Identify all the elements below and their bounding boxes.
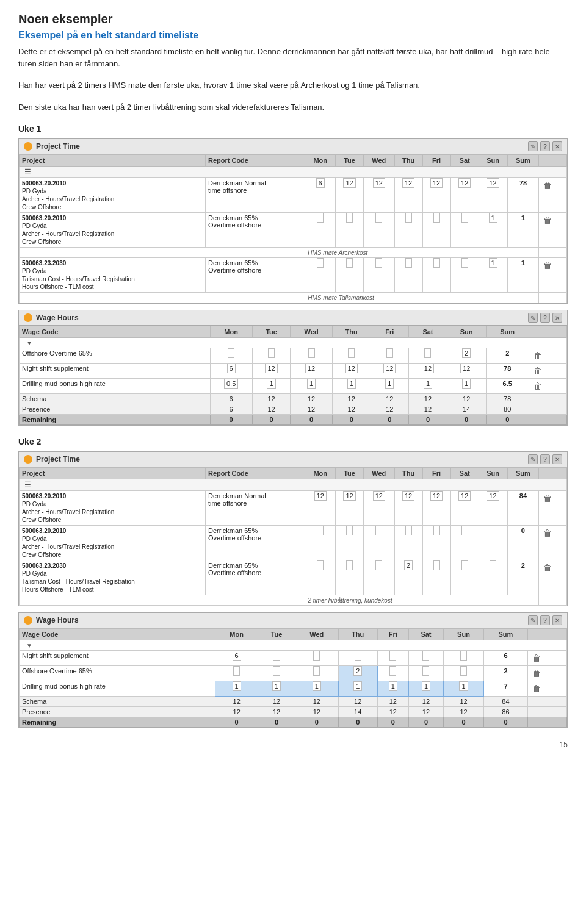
week1-wh-row1-trash[interactable]: 🗑 bbox=[529, 348, 566, 364]
week1-pt-row1-fri[interactable]: 12 bbox=[422, 178, 450, 213]
week2-wh-dropdown-row[interactable]: ▼ bbox=[20, 640, 567, 651]
week2-pt-row1-mon[interactable]: 12 bbox=[305, 491, 336, 526]
week1-pt-row2-wed[interactable] bbox=[364, 213, 394, 248]
week2-pt-row3-tue[interactable] bbox=[336, 560, 364, 595]
week1-pt-row2-thu[interactable] bbox=[394, 213, 422, 248]
wage-code-dropdown-2[interactable]: ▼ bbox=[22, 642, 564, 649]
week2-wh-row1-wed[interactable] bbox=[295, 651, 339, 666]
week1-wh-dropdown-row[interactable]: ▼ bbox=[20, 338, 567, 348]
week1-pt-row3-sun[interactable]: 1 bbox=[479, 258, 507, 293]
week1-wh-row3-trash[interactable]: 🗑 bbox=[529, 379, 566, 394]
week2-pt-row1-sun[interactable]: 12 bbox=[479, 491, 507, 526]
week1-wh-row3-sun[interactable]: 1 bbox=[447, 379, 486, 394]
week2-pt-row1-thu[interactable]: 12 bbox=[394, 491, 422, 526]
week2-pt-row3-fri[interactable] bbox=[422, 560, 450, 595]
trash-icon[interactable]: 🗑 bbox=[530, 667, 543, 679]
week2-wh-help-btn[interactable]: ? bbox=[540, 615, 550, 625]
week2-wh-edit-btn[interactable]: ✎ bbox=[528, 615, 538, 625]
week1-pt-help-btn[interactable]: ? bbox=[540, 141, 550, 151]
week1-pt-edit-btn[interactable]: ✎ bbox=[528, 141, 538, 151]
week1-wh-row3-thu[interactable]: 1 bbox=[332, 379, 371, 394]
week1-pt-row2-sat[interactable] bbox=[450, 213, 479, 248]
week2-pt-row3-wed[interactable] bbox=[364, 560, 394, 595]
week2-wh-row3-sun[interactable]: 1 bbox=[444, 681, 484, 697]
week1-pt-row3-fri[interactable] bbox=[422, 258, 450, 293]
week2-wh-row1-sat[interactable] bbox=[408, 651, 444, 666]
week2-pt-row2-mon[interactable] bbox=[305, 526, 336, 560]
week2-wh-close-btn[interactable]: ✕ bbox=[552, 615, 562, 625]
week2-pt-close-btn[interactable]: ✕ bbox=[552, 454, 562, 464]
week2-pt-row2-wed[interactable] bbox=[364, 526, 394, 560]
week2-wh-row3-fri[interactable]: 1 bbox=[377, 681, 408, 697]
week1-wh-row1-sat[interactable] bbox=[409, 348, 447, 364]
week2-pt-row1-trash[interactable]: 🗑 bbox=[539, 491, 567, 526]
week1-wh-row1-fri[interactable] bbox=[371, 348, 409, 364]
trash-icon[interactable]: 🗑 bbox=[530, 682, 543, 695]
week1-wh-row2-sat[interactable]: 12 bbox=[409, 364, 447, 379]
week2-wh-row2-trash[interactable]: 🗑 bbox=[528, 666, 567, 681]
week1-wh-help-btn[interactable]: ? bbox=[540, 313, 550, 323]
week1-wh-row3-wed[interactable]: 1 bbox=[291, 379, 333, 394]
week1-wh-row1-thu[interactable] bbox=[332, 348, 371, 364]
week2-pt-row1-wed[interactable]: 12 bbox=[364, 491, 394, 526]
week1-wh-row3-mon[interactable]: 0,5 bbox=[210, 379, 252, 394]
week1-wh-row2-fri[interactable]: 12 bbox=[371, 364, 409, 379]
trash-icon[interactable]: 🗑 bbox=[541, 214, 554, 226]
week1-wh-row1-wed[interactable] bbox=[291, 348, 333, 364]
trash-icon[interactable]: 🗑 bbox=[541, 562, 554, 574]
week2-pt-row1-tue[interactable]: 12 bbox=[336, 491, 364, 526]
week2-wh-row1-thu[interactable] bbox=[338, 651, 377, 666]
week2-pt-row3-mon[interactable] bbox=[305, 560, 336, 595]
week2-pt-row2-tue[interactable] bbox=[336, 526, 364, 560]
week1-pt-row3-thu[interactable] bbox=[394, 258, 422, 293]
week1-wh-dropdown-cell[interactable]: ▼ bbox=[20, 338, 567, 348]
trash-icon[interactable]: 🗑 bbox=[532, 365, 544, 377]
trash-icon[interactable]: 🗑 bbox=[541, 179, 554, 192]
week2-wh-row2-tue[interactable] bbox=[258, 666, 295, 681]
week1-pt-row1-sun[interactable]: 12 bbox=[479, 178, 507, 213]
week2-wh-row2-sun[interactable] bbox=[444, 666, 484, 681]
week1-wh-row3-sat[interactable]: 1 bbox=[409, 379, 447, 394]
week2-wh-row2-fri[interactable] bbox=[377, 666, 408, 681]
week1-wh-close-btn[interactable]: ✕ bbox=[552, 313, 562, 323]
week2-wh-row1-fri[interactable] bbox=[377, 651, 408, 666]
week2-pt-row1-fri[interactable]: 12 bbox=[422, 491, 450, 526]
week2-pt-add-cell[interactable]: ☰ bbox=[20, 479, 567, 491]
week1-pt-row2-tue[interactable] bbox=[336, 213, 364, 248]
week2-pt-row3-sat[interactable] bbox=[450, 560, 479, 595]
week1-pt-row3-tue[interactable] bbox=[336, 258, 364, 293]
week1-wh-edit-btn[interactable]: ✎ bbox=[528, 313, 538, 323]
week2-wh-row3-wed[interactable]: 1 bbox=[295, 681, 339, 697]
week2-wh-row3-tue[interactable]: 1 bbox=[258, 681, 295, 697]
week1-pt-close-btn[interactable]: ✕ bbox=[552, 141, 562, 151]
week2-pt-row1-sat[interactable]: 12 bbox=[450, 491, 479, 526]
week2-wh-row3-mon[interactable]: 1 bbox=[215, 681, 258, 697]
week2-pt-row2-thu[interactable] bbox=[394, 526, 422, 560]
week2-pt-edit-btn[interactable]: ✎ bbox=[528, 454, 538, 464]
wage-code-dropdown[interactable]: ▼ bbox=[22, 339, 564, 346]
week1-wh-row3-tue[interactable]: 1 bbox=[252, 379, 291, 394]
week1-pt-row1-wed[interactable]: 12 bbox=[364, 178, 394, 213]
week2-wh-row1-tue[interactable] bbox=[258, 651, 295, 666]
week2-wh-row1-trash[interactable]: 🗑 bbox=[528, 651, 567, 666]
week1-wh-row2-thu[interactable]: 12 bbox=[332, 364, 371, 379]
trash-icon[interactable]: 🗑 bbox=[541, 259, 554, 271]
week2-wh-dropdown-cell[interactable]: ▼ bbox=[20, 640, 567, 651]
week1-pt-add-row[interactable]: ☰ bbox=[20, 167, 567, 178]
chevron-down-icon[interactable]: ▼ bbox=[26, 340, 32, 346]
week1-pt-row2-fri[interactable] bbox=[422, 213, 450, 248]
week2-wh-row1-sun[interactable] bbox=[444, 651, 484, 666]
week1-pt-row1-tue[interactable]: 12 bbox=[336, 178, 364, 213]
week1-wh-row2-tue[interactable]: 12 bbox=[252, 364, 291, 379]
week2-pt-row2-trash[interactable]: 🗑 bbox=[539, 526, 567, 560]
week1-wh-row2-trash[interactable]: 🗑 bbox=[529, 364, 566, 379]
chevron-down-icon-2[interactable]: ▼ bbox=[26, 642, 32, 649]
week2-wh-row3-thu[interactable]: 1 bbox=[338, 681, 377, 697]
week1-pt-row1-thu[interactable]: 12 bbox=[394, 178, 422, 213]
week1-wh-row1-mon[interactable] bbox=[210, 348, 252, 364]
week1-pt-row2-mon[interactable] bbox=[305, 213, 336, 248]
week1-pt-row2-sun[interactable]: 1 bbox=[479, 213, 507, 248]
trash-icon[interactable]: 🗑 bbox=[530, 652, 543, 664]
week1-pt-row3-wed[interactable] bbox=[364, 258, 394, 293]
week2-wh-row2-wed[interactable] bbox=[295, 666, 339, 681]
